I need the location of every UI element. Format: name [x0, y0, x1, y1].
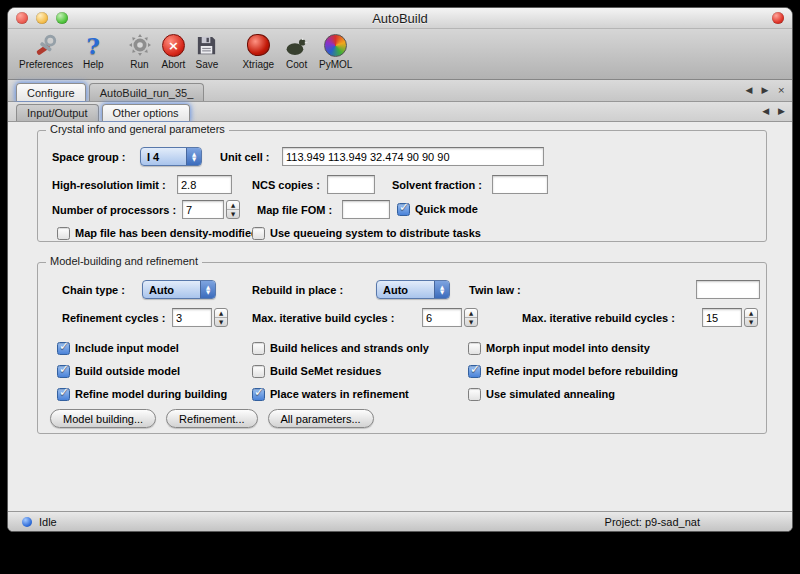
- toolbar-save-button[interactable]: Save: [190, 31, 223, 70]
- stepper-down-button[interactable]: ▼: [227, 210, 239, 218]
- stepper-up-button[interactable]: ▲: [227, 201, 239, 210]
- build-helices-checkbox[interactable]: ✓ Build helices and strands only: [252, 341, 429, 355]
- tab-input-output[interactable]: Input/Output: [16, 104, 99, 121]
- checkbox-label: Refine input model before rebuilding: [486, 365, 678, 377]
- toolbar-xtriage-button[interactable]: Xtriage: [237, 31, 279, 70]
- titlebar-right-red-button[interactable]: [772, 12, 784, 24]
- window-title: AutoBuild: [372, 11, 428, 26]
- toolbar-coot-button[interactable]: Coot: [279, 31, 314, 70]
- checkbox-box-icon: ✓: [252, 388, 265, 401]
- checkbox-label: Place waters in refinement: [270, 388, 409, 400]
- checkbox-label: Build SeMet residues: [270, 365, 381, 377]
- tab-close-button[interactable]: ×: [777, 86, 785, 95]
- abort-x-glyph: ×: [168, 38, 179, 53]
- minimize-window-button[interactable]: [36, 12, 48, 24]
- unit-cell-input[interactable]: [282, 147, 544, 166]
- checkbox-label: Build helices and strands only: [270, 342, 429, 354]
- max-build-cycles-input[interactable]: [422, 308, 462, 327]
- rebuild-in-place-dropdown[interactable]: Auto ▲ ▼: [376, 280, 450, 299]
- stepper-up-button[interactable]: ▲: [465, 309, 477, 318]
- space-group-dropdown[interactable]: I 4 ▲ ▼: [140, 147, 202, 166]
- arrow-up-icon: ▲: [469, 311, 473, 316]
- checkbox-label: Use simulated annealing: [486, 388, 615, 400]
- ncs-copies-label: NCS copies :: [252, 178, 320, 192]
- toolbar-help-button[interactable]: ? Help: [78, 31, 109, 70]
- ncs-copies-input[interactable]: [327, 175, 375, 194]
- project-label: Project: p9-sad_nat: [605, 516, 700, 528]
- number-of-processors-input[interactable]: [182, 200, 224, 219]
- toolbar-label: Help: [83, 59, 104, 70]
- toolbar-abort-button[interactable]: × Abort: [157, 31, 191, 70]
- model-building-group: Model-building and refinement Chain type…: [37, 262, 767, 434]
- checkbox-box-icon: ✓: [252, 342, 265, 355]
- stepper-up-button[interactable]: ▲: [745, 309, 757, 318]
- arrow-down-icon: ▼: [469, 320, 473, 325]
- map-file-fom-input[interactable]: [342, 200, 390, 219]
- refine-during-building-checkbox[interactable]: ✓ Refine model during building: [57, 387, 227, 401]
- twin-law-input[interactable]: [696, 280, 760, 299]
- tab-scroll-right-button[interactable]: ▶: [762, 86, 769, 95]
- zoom-window-button[interactable]: [56, 12, 68, 24]
- refine-before-rebuild-checkbox[interactable]: ✓ Refine input model before rebuilding: [468, 364, 678, 378]
- titlebar[interactable]: AutoBuild: [8, 8, 792, 29]
- processors-stepper[interactable]: ▲ ▼: [226, 200, 240, 219]
- checkbox-box-icon: ✓: [252, 365, 265, 378]
- stepper-down-button[interactable]: ▼: [745, 318, 757, 326]
- tab-label: Configure: [27, 87, 75, 99]
- queueing-system-checkbox[interactable]: ✓ Use queueing system to distribute task…: [252, 226, 481, 240]
- dropdown-arrows-icon: ▲ ▼: [200, 281, 215, 298]
- stepper-down-button[interactable]: ▼: [215, 318, 227, 326]
- checkbox-box-icon: ✓: [57, 227, 70, 240]
- build-outside-model-checkbox[interactable]: ✓ Build outside model: [57, 364, 180, 378]
- toolbar-run-button[interactable]: Run: [123, 31, 157, 70]
- toolbar-label: PyMOL: [319, 59, 352, 70]
- arrow-down-icon: ▼: [749, 320, 753, 325]
- checkbox-box-icon: ✓: [468, 388, 481, 401]
- max-build-cycles-label: Max. iterative build cycles :: [252, 311, 394, 325]
- place-waters-checkbox[interactable]: ✓ Place waters in refinement: [252, 387, 409, 401]
- stepper-up-button[interactable]: ▲: [215, 309, 227, 318]
- solvent-fraction-label: Solvent fraction :: [392, 178, 482, 192]
- tab-configure[interactable]: Configure: [16, 83, 86, 101]
- high-resolution-limit-input[interactable]: [177, 175, 232, 194]
- all-parameters-button[interactable]: All parameters...: [268, 409, 374, 428]
- stepper-down-button[interactable]: ▼: [465, 318, 477, 326]
- dropdown-value: Auto: [377, 284, 434, 296]
- save-icon: [195, 31, 218, 59]
- morph-input-model-checkbox[interactable]: ✓ Morph input model into density: [468, 341, 650, 355]
- xtriage-icon: [247, 31, 270, 59]
- refinement-cycles-stepper[interactable]: ▲ ▼: [214, 308, 228, 327]
- refinement-button[interactable]: Refinement...: [166, 409, 257, 428]
- close-window-button[interactable]: [16, 12, 28, 24]
- toolbar-pymol-button[interactable]: PyMOL: [314, 31, 357, 70]
- tab-autobuild-run-35[interactable]: AutoBuild_run_35_: [89, 83, 205, 101]
- quick-mode-checkbox[interactable]: ✓ Quick mode: [397, 202, 478, 216]
- arrow-down-icon: ▼: [219, 320, 223, 325]
- tab-label: Input/Output: [27, 107, 88, 119]
- checkbox-box-icon: ✓: [57, 342, 70, 355]
- checkbox-box-icon: ✓: [252, 227, 265, 240]
- model-building-button[interactable]: Model building...: [50, 409, 156, 428]
- solvent-fraction-input[interactable]: [492, 175, 548, 194]
- refinement-cycles-input[interactable]: [172, 308, 212, 327]
- density-modified-checkbox[interactable]: ✓ Map file has been density-modified: [57, 226, 258, 240]
- crystal-info-group: Crystal info and general parameters Spac…: [37, 130, 767, 242]
- max-rebuild-cycles-input[interactable]: [702, 308, 742, 327]
- tab-scroll-left-button[interactable]: ◀: [762, 107, 769, 116]
- max-build-cycles-stepper[interactable]: ▲ ▼: [464, 308, 478, 327]
- check-icon: ✓: [59, 386, 69, 398]
- chain-type-dropdown[interactable]: Auto ▲ ▼: [142, 280, 216, 299]
- simulated-annealing-checkbox[interactable]: ✓ Use simulated annealing: [468, 387, 615, 401]
- status-indicator-icon: [22, 517, 32, 527]
- pymol-icon: [324, 31, 347, 59]
- toolbar-preferences-button[interactable]: Preferences: [14, 31, 78, 70]
- include-input-model-checkbox[interactable]: ✓ Include input model: [57, 341, 179, 355]
- tab-scroll-right-button[interactable]: ▶: [778, 107, 785, 116]
- tab-other-options[interactable]: Other options: [102, 104, 190, 121]
- max-rebuild-cycles-stepper[interactable]: ▲ ▼: [744, 308, 758, 327]
- checkbox-label: Map file has been density-modified: [75, 227, 258, 239]
- build-semet-checkbox[interactable]: ✓ Build SeMet residues: [252, 364, 381, 378]
- check-icon: ✓: [470, 363, 480, 375]
- options-panel: Crystal info and general parameters Spac…: [8, 122, 792, 511]
- tab-scroll-left-button[interactable]: ◀: [746, 86, 753, 95]
